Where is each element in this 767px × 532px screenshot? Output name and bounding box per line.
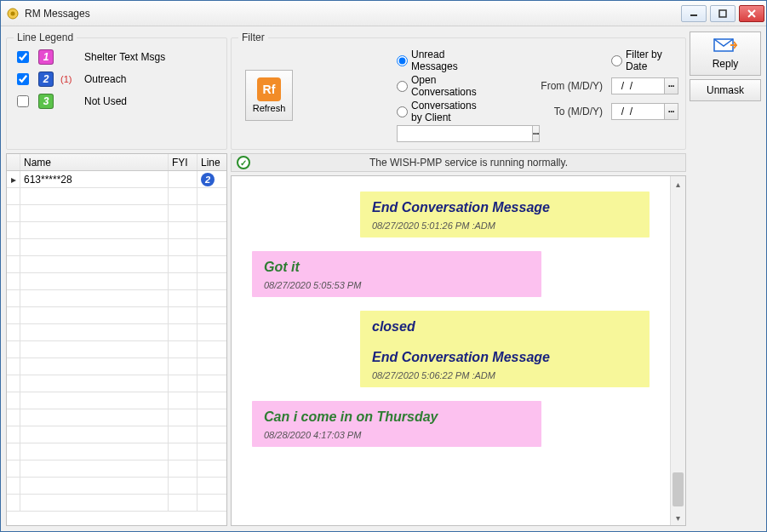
radio-open[interactable]: Open Conversations — [397, 74, 473, 98]
radio-by-client[interactable]: Conversations by Client — [397, 100, 473, 123]
table-row[interactable] — [7, 358, 226, 375]
col-name[interactable]: Name — [20, 154, 169, 170]
close-button[interactable] — [739, 5, 764, 22]
filter-group: Filter Unread Messages Filter by Date Rf… — [231, 31, 686, 150]
client-combo-button[interactable]: … — [533, 125, 540, 142]
to-date-picker-button[interactable]: … — [665, 103, 678, 120]
app-window: RM Messages Line Legend 1Shelter Text Ms… — [0, 0, 767, 532]
maximize-button[interactable] — [710, 5, 736, 22]
scroll-track[interactable] — [671, 192, 685, 510]
reply-label: Reply — [713, 58, 739, 70]
radio-filter-by-date[interactable]: Filter by Date — [611, 49, 678, 72]
radio-filter-by-date-label: Filter by Date — [626, 49, 678, 72]
table-row[interactable] — [7, 460, 226, 478]
message-outgoing: End Conversation Message08/27/2020 5:01:… — [360, 192, 650, 237]
svg-point-1 — [11, 11, 15, 15]
refresh-label: Refresh — [253, 103, 286, 113]
envelope-icon — [713, 38, 737, 56]
line-badge-icon: 2 — [38, 72, 54, 87]
conversation-scroll[interactable]: End Conversation Message08/27/2020 5:01:… — [232, 176, 670, 525]
window-controls — [681, 5, 764, 22]
line-badge-icon: 1 — [38, 49, 54, 65]
window-title: RM Messages — [25, 8, 90, 20]
client-combo-input[interactable] — [397, 125, 533, 142]
from-date-picker-button[interactable]: … — [665, 77, 678, 94]
status-ok-icon: ✓ — [237, 156, 250, 169]
cell-line: 2 — [197, 171, 226, 187]
table-row[interactable] — [7, 495, 226, 512]
radio-unread[interactable]: Unread Messages — [397, 49, 473, 72]
grid-header: Name FYI Line — [7, 154, 226, 171]
refresh-button[interactable]: Rf Refresh — [245, 70, 293, 121]
legend-row: 3Not Used — [14, 93, 220, 110]
message-text: End Conversation Message — [372, 200, 638, 215]
table-row[interactable] — [7, 375, 226, 392]
legend-line-checkbox[interactable] — [17, 51, 29, 63]
from-label: From (M/D/Y) — [478, 80, 606, 92]
table-row[interactable] — [7, 239, 226, 256]
refresh-icon: Rf — [257, 77, 281, 101]
radio-unread-label: Unread Messages — [411, 49, 473, 72]
table-row[interactable] — [7, 426, 226, 443]
col-fyi[interactable]: FYI — [169, 154, 197, 170]
radio-open-label: Open Conversations — [411, 74, 477, 98]
message-outgoing: closed End Conversation Message08/27/202… — [360, 311, 650, 387]
title-bar: RM Messages — [1, 1, 766, 26]
to-date-input[interactable] — [611, 103, 665, 120]
message-timestamp: 08/27/2020 5:05:53 PM — [264, 280, 529, 290]
message-timestamp: 08/27/2020 5:06:22 PM :ADM — [372, 370, 638, 380]
to-label: To (M/D/Y) — [478, 106, 606, 117]
actions-panel: Reply Unmask — [690, 31, 761, 526]
message-text: Got it — [264, 260, 529, 275]
message-incoming: Got it08/27/2020 5:05:53 PM — [252, 251, 541, 297]
table-row[interactable] — [7, 392, 226, 409]
line-badge-icon: 3 — [38, 94, 54, 109]
table-row[interactable] — [7, 341, 226, 358]
table-row[interactable] — [7, 222, 226, 239]
row-indicator-icon: ▸ — [7, 171, 20, 187]
legend-label: Outreach — [84, 73, 126, 85]
svg-rect-3 — [719, 10, 726, 17]
legend-line-checkbox[interactable] — [17, 73, 29, 85]
minimize-button[interactable] — [681, 5, 707, 22]
table-row[interactable] — [7, 443, 226, 460]
line-legend-group: Line Legend 1Shelter Text Msgs2(1)Outrea… — [6, 31, 227, 150]
app-icon — [6, 7, 20, 20]
table-row[interactable] — [7, 324, 226, 341]
scroll-up-button[interactable]: ▴ — [671, 176, 685, 192]
legend-line-checkbox[interactable] — [17, 95, 29, 107]
cell-name: 613*****28 — [20, 171, 169, 187]
col-line[interactable]: Line — [197, 154, 226, 170]
table-row[interactable] — [7, 409, 226, 426]
unmask-button[interactable]: Unmask — [690, 79, 761, 101]
table-row[interactable] — [7, 307, 226, 324]
scroll-down-button[interactable]: ▾ — [671, 510, 685, 525]
message-text: Can i come in on Thursday — [264, 409, 529, 425]
scroll-thumb[interactable] — [673, 472, 684, 506]
table-row[interactable] — [7, 188, 226, 205]
legend-count: (1) — [60, 74, 77, 84]
table-row[interactable] — [7, 205, 226, 222]
status-bar: ✓ The WISH-PMP service is running normal… — [231, 153, 686, 172]
unmask-label: Unmask — [707, 84, 744, 96]
line-legend-title: Line Legend — [14, 31, 77, 43]
cell-fyi — [169, 171, 197, 187]
legend-row: 2(1)Outreach — [14, 71, 220, 88]
legend-row: 1Shelter Text Msgs — [14, 49, 220, 66]
message-text: closed End Conversation Message — [372, 319, 638, 365]
conversation-panel: End Conversation Message08/27/2020 5:01:… — [231, 175, 686, 526]
legend-label: Shelter Text Msgs — [84, 51, 165, 63]
table-row[interactable] — [7, 273, 226, 290]
from-date-input[interactable] — [611, 77, 665, 94]
status-text: The WISH-PMP service is running normally… — [257, 157, 680, 169]
table-row[interactable] — [7, 478, 226, 495]
table-row[interactable] — [7, 290, 226, 307]
message-timestamp: 08/28/2020 4:17:03 PM — [264, 430, 529, 440]
message-incoming: Can i come in on Thursday08/28/2020 4:17… — [252, 401, 541, 447]
contacts-grid: Name FYI Line ▸613*****282 — [6, 153, 227, 526]
table-row[interactable]: ▸613*****282 — [7, 171, 226, 188]
reply-button[interactable]: Reply — [690, 31, 761, 76]
table-row[interactable] — [7, 256, 226, 273]
filter-title: Filter — [238, 31, 268, 43]
conversation-scrollbar[interactable]: ▴ ▾ — [670, 176, 685, 525]
